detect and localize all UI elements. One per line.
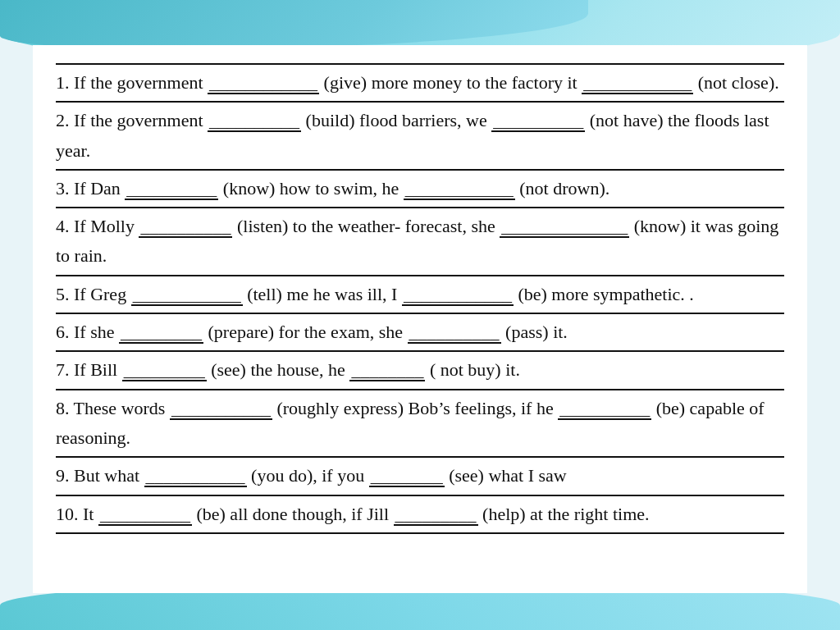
ex6-start: 6. If she <box>56 322 119 342</box>
ex7-blank1: _________ <box>122 359 207 381</box>
exercise-line-5: 5. If Greg ____________ (tell) me he was… <box>56 275 784 309</box>
ex6-end: (pass) it. <box>501 322 568 342</box>
exercise-line-1: 1. If the government ____________ (give)… <box>56 63 784 98</box>
ex2-blank2: __________ <box>491 110 585 132</box>
ex3-end: (not drown). <box>515 178 609 199</box>
ex8-blank1: ___________ <box>170 398 272 420</box>
ex4-blank2: ______________ <box>500 216 629 238</box>
exercise-line-10: 10. It __________ (be) all done though, … <box>56 495 784 534</box>
ex2-start: 2. If the government <box>56 110 208 130</box>
ex7-mid: (see) the house, he <box>207 359 350 380</box>
ex8-blank2: __________ <box>558 398 651 420</box>
exercise-line-6: 6. If she _________ (prepare) for the ex… <box>56 313 784 347</box>
ex1-end: (not close). <box>693 72 778 93</box>
ex3-mid: (know) how to swim, he <box>218 178 403 199</box>
ex1-mid: (give) more money to the factory it <box>319 72 582 93</box>
ex5-blank2: ____________ <box>402 284 514 306</box>
ex10-blank1: __________ <box>98 504 192 526</box>
ex9-start: 9. But what <box>56 465 144 486</box>
exercise-3: 3. If Dan __________ (know) how to swim,… <box>56 174 784 203</box>
ex10-start: 10. It <box>56 504 98 524</box>
ex1-blank1: ____________ <box>208 72 319 94</box>
ex2-blank1: __________ <box>208 110 301 132</box>
ex8-start: 8. These words <box>56 398 170 418</box>
ex10-blank2: _________ <box>394 504 478 526</box>
ex5-blank1: ____________ <box>131 284 243 306</box>
ex6-blank1: _________ <box>119 322 203 344</box>
ex4-mid: (listen) to the weather- forecast, she <box>232 216 500 236</box>
exercise-5: 5. If Greg ____________ (tell) me he was… <box>56 280 784 309</box>
exercise-4: 4. If Molly __________ (listen) to the w… <box>56 212 784 272</box>
exercise-7: 7. If Bill _________ (see) the house, he… <box>56 355 784 385</box>
ex2-mid: (build) flood barriers, we <box>301 110 491 130</box>
exercise-line-2: 2. If the government __________ (build) … <box>56 101 784 166</box>
ex6-mid: (prepare) for the exam, she <box>203 322 408 342</box>
ex3-blank1: __________ <box>125 178 218 200</box>
ex8-mid: (roughly express) Bob’s feelings, if he <box>272 398 558 418</box>
exercise-line-9: 9. But what ___________ (you do), if you… <box>56 456 784 491</box>
ex9-blank1: ___________ <box>144 465 247 487</box>
exercise-line-4: 4. If Molly __________ (listen) to the w… <box>56 207 784 272</box>
exercise-line-8: 8. These words ___________ (roughly expr… <box>56 389 784 454</box>
ex10-mid: (be) all done though, if Jill <box>192 504 394 524</box>
exercise-line-3: 3. If Dan __________ (know) how to swim,… <box>56 169 784 203</box>
ex7-start: 7. If Bill <box>56 359 122 380</box>
ex6-blank2: __________ <box>408 322 501 344</box>
main-content: 1. If the government ____________ (give)… <box>33 45 807 593</box>
ex4-start: 4. If Molly <box>56 216 139 236</box>
ex3-blank2: ____________ <box>404 178 515 200</box>
ex3-start: 3. If Dan <box>56 178 125 199</box>
ex10-end: (help) at the right time. <box>478 504 650 524</box>
ex1-blank2: ____________ <box>582 72 693 94</box>
ex9-end: (see) what I saw <box>445 465 567 486</box>
exercise-9: 9. But what ___________ (you do), if you… <box>56 461 784 491</box>
ex4-blank1: __________ <box>139 216 232 238</box>
exercise-8: 8. These words ___________ (roughly expr… <box>56 394 784 454</box>
ex7-blank2: ________ <box>349 359 425 381</box>
exercise-2: 2. If the government __________ (build) … <box>56 106 784 166</box>
ex7-end: ( not buy) it. <box>425 359 520 380</box>
exercise-1: 1. If the government ____________ (give)… <box>56 68 784 98</box>
exercise-10: 10. It __________ (be) all done though, … <box>56 500 784 529</box>
ex5-start: 5. If Greg <box>56 284 131 304</box>
ex1-number: 1. If the government <box>56 72 208 93</box>
ex5-mid: (tell) me he was ill, I <box>243 284 402 304</box>
exercise-line-7: 7. If Bill _________ (see) the house, he… <box>56 350 784 385</box>
exercise-6: 6. If she _________ (prepare) for the ex… <box>56 317 784 347</box>
ex9-mid: (you do), if you <box>247 465 369 486</box>
ex5-end: (be) more sympathetic. . <box>514 284 694 304</box>
ex9-blank2: ________ <box>369 465 445 487</box>
